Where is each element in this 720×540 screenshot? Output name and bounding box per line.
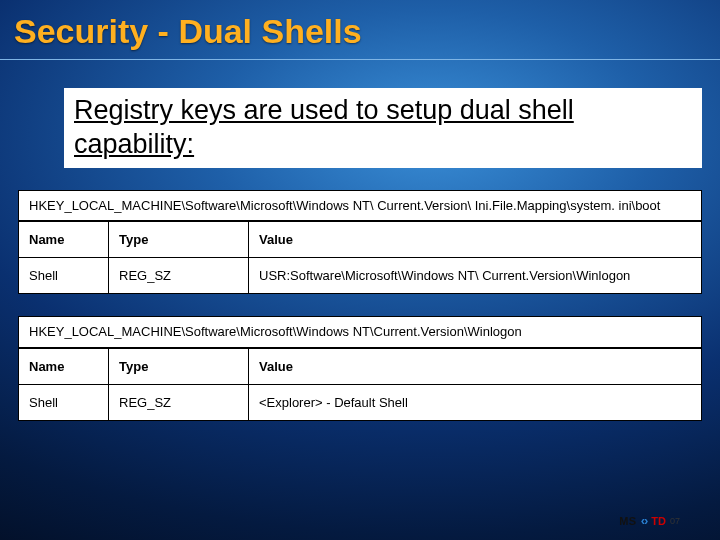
slide-title: Security - Dual Shells <box>0 0 720 55</box>
cell-type: REG_SZ <box>109 384 249 420</box>
cell-value: USR:Software\Microsoft\Windows NT\ Curre… <box>249 258 702 294</box>
cell-name: Shell <box>19 384 109 420</box>
title-divider <box>0 59 720 60</box>
footer-ms: MS <box>619 515 637 527</box>
col-header-type: Type <box>109 348 249 384</box>
col-header-type: Type <box>109 222 249 258</box>
registry-path-1: HKEY_LOCAL_MACHINE\Software\Microsoft\Wi… <box>18 190 702 222</box>
registry-block-1: HKEY_LOCAL_MACHINE\Software\Microsoft\Wi… <box>18 190 702 295</box>
slide: Security - Dual Shells Registry keys are… <box>0 0 720 540</box>
footer-logo: MS ‹› TD 07 <box>619 513 680 528</box>
cell-name: Shell <box>19 258 109 294</box>
cell-value: <Explorer> - Default Shell <box>249 384 702 420</box>
table-row: Shell REG_SZ <Explorer> - Default Shell <box>19 384 702 420</box>
col-header-value: Value <box>249 348 702 384</box>
col-header-name: Name <box>19 222 109 258</box>
table-row: Shell REG_SZ USR:Software\Microsoft\Wind… <box>19 258 702 294</box>
footer-arrows-icon: ‹› <box>641 513 648 528</box>
table-header-row: Name Type Value <box>19 222 702 258</box>
slide-subtitle: Registry keys are used to setup dual she… <box>64 88 702 168</box>
cell-type: REG_SZ <box>109 258 249 294</box>
col-header-value: Value <box>249 222 702 258</box>
footer-td: TD <box>651 515 666 527</box>
col-header-name: Name <box>19 348 109 384</box>
table-header-row: Name Type Value <box>19 348 702 384</box>
footer-year: 07 <box>670 516 680 526</box>
registry-table-1: Name Type Value Shell REG_SZ USR:Softwar… <box>18 221 702 294</box>
registry-block-2: HKEY_LOCAL_MACHINE\Software\Microsoft\Wi… <box>18 316 702 421</box>
registry-path-2: HKEY_LOCAL_MACHINE\Software\Microsoft\Wi… <box>18 316 702 348</box>
registry-table-2: Name Type Value Shell REG_SZ <Explorer> … <box>18 348 702 421</box>
